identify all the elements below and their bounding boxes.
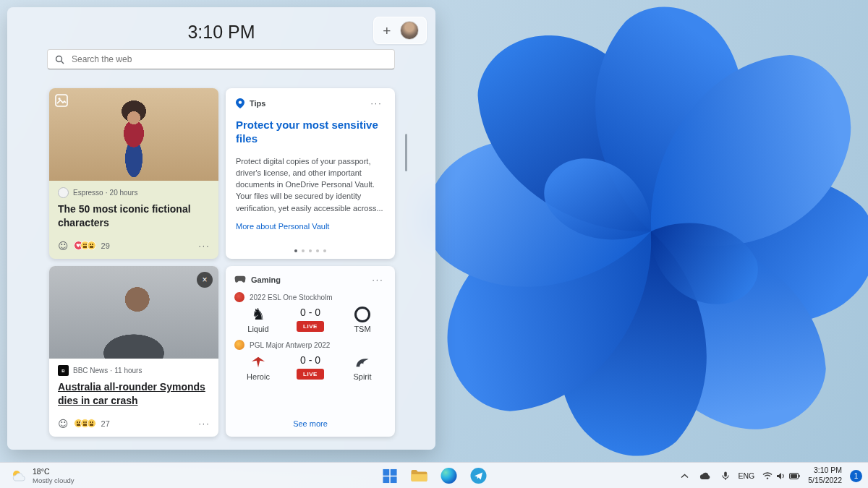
see-more-link[interactable]: See more xyxy=(234,415,386,429)
start-button[interactable] xyxy=(380,466,399,485)
live-badge: LIVE xyxy=(297,321,324,332)
news-headline[interactable]: Australia all-rounder Symonds dies in ca… xyxy=(58,380,210,408)
wow-reaction-icon xyxy=(87,241,96,250)
news-card-espresso[interactable]: Espresso · 20 hours The 50 most iconic f… xyxy=(49,88,218,259)
panel-scrollbar[interactable] xyxy=(405,134,407,171)
news-thumbnail-image: × xyxy=(49,266,218,359)
tray-overflow-button[interactable] xyxy=(679,472,690,480)
search-input[interactable] xyxy=(70,53,387,65)
search-icon xyxy=(55,55,64,64)
team-right: Spirit xyxy=(340,354,385,381)
team-name: Heroic xyxy=(247,372,270,381)
laugh-reaction-icon xyxy=(87,419,96,428)
live-badge: LIVE xyxy=(297,369,324,380)
add-reaction-icon[interactable]: ☺ xyxy=(58,241,69,251)
panel-clock: 3:10 PM xyxy=(7,22,435,43)
team-name: Liquid xyxy=(247,325,268,333)
cloud-icon xyxy=(699,472,711,480)
match-score: 0 - 0 xyxy=(300,307,320,318)
pagination-dot[interactable] xyxy=(302,249,305,252)
gamepad-icon xyxy=(234,275,246,283)
pagination-dot[interactable] xyxy=(323,249,326,252)
tips-title: Tips xyxy=(250,99,265,108)
user-avatar[interactable] xyxy=(400,21,419,40)
tips-icon xyxy=(236,98,244,108)
reaction-chips: ♥ xyxy=(74,241,96,250)
folder-icon xyxy=(411,468,428,483)
tips-header: Tips ··· xyxy=(236,97,385,109)
weather-text: 18°C Mostly cloudy xyxy=(33,467,75,484)
card-menu-button[interactable]: ··· xyxy=(195,239,213,252)
event-name: 2022 ESL One Stockholm xyxy=(250,294,333,301)
card-menu-button[interactable]: ··· xyxy=(195,417,213,429)
onedrive-tray-button[interactable] xyxy=(698,471,712,481)
panel-controls: + xyxy=(373,17,427,44)
news-source-row: B BBC News · 11 hours xyxy=(58,365,210,376)
taskbar-center-icons xyxy=(380,463,488,488)
notification-badge[interactable]: 1 xyxy=(850,470,862,482)
match-score: 0 - 0 xyxy=(300,354,320,366)
pagination-dot[interactable] xyxy=(309,249,312,252)
reaction-chips xyxy=(74,419,96,428)
team-heroic-logo xyxy=(250,354,267,371)
team-tsm-logo xyxy=(354,306,370,323)
telegram-button[interactable] xyxy=(469,466,488,485)
add-reaction-icon[interactable]: ☺ xyxy=(58,419,69,429)
weather-icon xyxy=(10,468,27,483)
widgets-panel: 3:10 PM + Espresso · 20 hours T xyxy=(7,7,435,450)
match-event-row: PGL Major Antwerp 2022 xyxy=(234,340,386,350)
tips-menu-button[interactable]: ··· xyxy=(367,97,385,109)
news-card-bbc[interactable]: × B BBC News · 11 hours Australia all-ro… xyxy=(49,266,218,437)
microphone-tray-button[interactable] xyxy=(720,470,731,482)
gaming-title: Gaming xyxy=(251,275,281,284)
news-source-label: BBC News · 11 hours xyxy=(73,367,142,374)
match-score-block: 0 - 0 LIVE xyxy=(297,306,324,332)
tips-widget-card: Tips ··· Protect your most sensitive fil… xyxy=(226,88,395,259)
web-search-bar xyxy=(47,49,395,69)
news-source-row: Espresso · 20 hours xyxy=(58,187,210,198)
news-headline[interactable]: The 50 most iconic fictional characters xyxy=(58,202,210,230)
wifi-icon xyxy=(762,472,773,479)
team-right: TSM xyxy=(340,306,385,333)
news-thumbnail-image xyxy=(49,88,218,181)
esl-event-logo xyxy=(234,292,244,302)
file-explorer-button[interactable] xyxy=(410,466,429,485)
speaker-icon xyxy=(776,472,786,480)
match-teams-row[interactable]: Heroic 0 - 0 LIVE Spirit xyxy=(234,354,386,381)
windows-logo-icon xyxy=(382,468,397,484)
close-card-button[interactable]: × xyxy=(197,272,213,288)
system-tray: ENG 3:10 PM 5/15/2022 1 xyxy=(679,463,862,488)
widgets-taskbar-button[interactable]: 18°C Mostly cloudy xyxy=(4,463,80,488)
chevron-up-icon xyxy=(681,474,689,479)
edge-browser-button[interactable] xyxy=(440,466,459,485)
add-widget-button[interactable]: + xyxy=(381,24,392,38)
quick-settings-button[interactable] xyxy=(762,472,800,480)
news-footer: ☺ ♥ 29 ··· xyxy=(58,239,213,252)
pgl-event-logo xyxy=(234,340,244,350)
gaming-widget-card: Gaming ··· 2022 ESL One Stockholm ♞ Liqu… xyxy=(226,266,395,437)
desktop: { "panel": { "time": "3:10 PM", "add_but… xyxy=(0,0,868,488)
team-left: ♞ Liquid xyxy=(236,306,281,333)
espresso-logo xyxy=(58,187,69,198)
news-footer: ☺ 27 ··· xyxy=(58,417,213,429)
tips-more-link[interactable]: More about Personal Vault xyxy=(236,222,329,231)
team-left: Heroic xyxy=(236,354,281,381)
gaming-menu-button[interactable]: ··· xyxy=(369,273,386,286)
battery-icon xyxy=(789,473,800,479)
tips-pagination-dots[interactable] xyxy=(226,249,395,252)
match-teams-row[interactable]: ♞ Liquid 0 - 0 LIVE TSM xyxy=(234,306,386,333)
clock-and-date[interactable]: 3:10 PM 5/15/2022 xyxy=(808,466,842,485)
language-indicator[interactable]: ENG xyxy=(739,471,755,480)
team-name: TSM xyxy=(354,325,370,333)
news-source-label: Espresso · 20 hours xyxy=(73,189,138,197)
pagination-dot-active[interactable] xyxy=(294,249,297,252)
microphone-icon xyxy=(722,471,729,481)
pagination-dot[interactable] xyxy=(316,249,319,252)
match-score-block: 0 - 0 LIVE xyxy=(297,354,324,380)
weather-condition: Mostly cloudy xyxy=(33,476,75,484)
gaming-header: Gaming ··· xyxy=(234,273,386,286)
tips-heading-link[interactable]: Protect your most sensitive files xyxy=(236,119,380,146)
widget-cards: Espresso · 20 hours The 50 most iconic f… xyxy=(49,88,395,437)
team-name: Spirit xyxy=(353,372,371,381)
match-event-row: 2022 ESL One Stockholm xyxy=(234,292,386,302)
